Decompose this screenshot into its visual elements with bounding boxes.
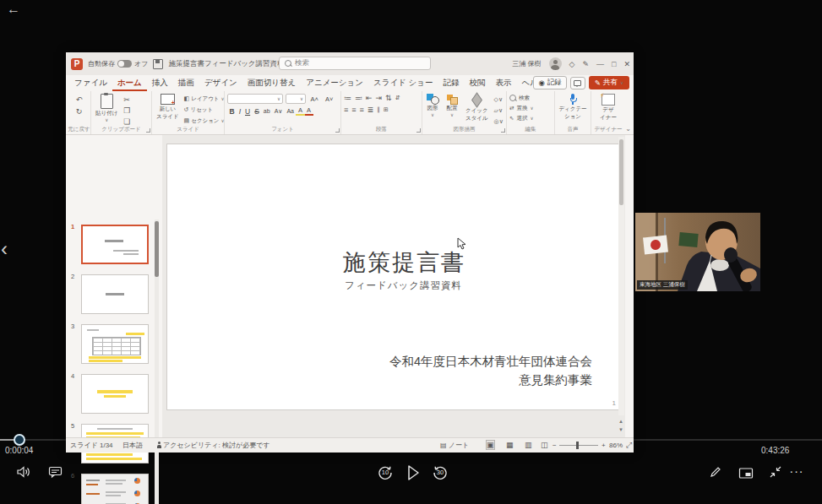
cut-icon[interactable]: ✂	[123, 95, 130, 104]
slide-thumbnail-1[interactable]	[81, 225, 149, 264]
slide-thumbnail-6[interactable]	[81, 474, 149, 504]
undo-icon[interactable]: ↶	[76, 95, 83, 104]
back-arrow-icon[interactable]: ←	[7, 2, 20, 17]
slide-sorter-view-button[interactable]: ▦	[506, 441, 514, 449]
slide-thumbnail-3[interactable]	[81, 324, 149, 364]
shapes-button[interactable]: 図形 ∨	[425, 94, 440, 117]
font-name-select[interactable]: ∨	[227, 94, 283, 104]
zoom-out-button[interactable]: −	[553, 442, 557, 449]
tab-file[interactable]: ファイル	[69, 76, 112, 91]
tab-draw[interactable]: 描画	[173, 76, 199, 91]
slide-canvas[interactable]: 施策提言書 フィードバック講習資料 令和4年度日本木材青壮年団体連合会 意見集約…	[166, 144, 623, 410]
numbering-icon[interactable]: ≕	[355, 94, 362, 102]
italic-button[interactable]: I	[237, 107, 242, 116]
tab-review[interactable]: 校閲	[465, 76, 491, 91]
shrink-font-button[interactable]: A˅	[323, 95, 335, 103]
slide-subtitle[interactable]: フィードバック講習資料	[345, 279, 462, 292]
columns-icon[interactable]: ∥	[377, 106, 380, 114]
tab-transitions[interactable]: 画面切り替え	[242, 76, 301, 91]
previous-chevron-icon[interactable]: ‹	[1, 239, 8, 259]
normal-view-button[interactable]: ▣	[487, 441, 494, 449]
autosave-toggle[interactable]	[117, 60, 132, 68]
zoom-level[interactable]: 86%	[609, 442, 623, 449]
strikethrough-button[interactable]: S	[253, 107, 262, 116]
tab-animations[interactable]: アニメーション	[301, 76, 368, 91]
tab-insert[interactable]: 挿入	[147, 76, 173, 91]
tab-record[interactable]: 記録	[438, 76, 465, 91]
redo-icon[interactable]: ↻	[76, 107, 83, 116]
align-left-icon[interactable]: ≡	[344, 106, 348, 114]
designer-button[interactable]: デザ イナー	[594, 94, 623, 120]
fit-to-window-button[interactable]: ⤢	[626, 441, 632, 450]
smartart-icon[interactable]: ⊞	[384, 106, 389, 114]
change-case-button[interactable]: A∨	[272, 108, 285, 115]
line-spacing-icon[interactable]: ⇅	[385, 94, 392, 102]
next-slide-button[interactable]: ▼	[618, 427, 623, 432]
forward-30-button[interactable]: 30	[430, 463, 450, 483]
play-button[interactable]	[403, 462, 423, 484]
text-direction-icon[interactable]: ⇵	[395, 94, 400, 102]
align-center-icon[interactable]: ≡	[351, 106, 356, 114]
section-button[interactable]: ▤ セクション ∨	[184, 117, 225, 125]
tab-design[interactable]: デザイン	[199, 76, 242, 91]
thumbnail-scrollbar[interactable]	[155, 219, 159, 504]
zoom-slider[interactable]	[559, 445, 598, 446]
copy-icon[interactable]: ❐	[123, 106, 130, 115]
grow-font-button[interactable]: A˄	[308, 95, 320, 103]
bold-button[interactable]: B	[227, 107, 237, 116]
save-icon[interactable]	[153, 59, 163, 69]
align-right-icon[interactable]: ≡	[360, 106, 364, 114]
captions-icon[interactable]	[46, 464, 63, 480]
picture-in-picture-icon[interactable]	[737, 465, 755, 480]
highlight-color-button[interactable]: A	[296, 106, 304, 116]
zoom-in-button[interactable]: +	[602, 442, 606, 449]
select-button[interactable]: ⇖ 選択 ∨	[509, 114, 552, 122]
zoom-slider-thumb[interactable]	[576, 442, 579, 449]
find-button[interactable]: 検索	[509, 95, 552, 101]
dictation-button[interactable]: ディクテー ション	[558, 94, 588, 119]
reset-button[interactable]: ↺ リセット	[184, 106, 225, 114]
bullets-icon[interactable]: ≔	[344, 94, 351, 102]
slide-indicator[interactable]: スライド 1/34	[70, 441, 113, 450]
slide-thumbnail-2[interactable]	[81, 274, 149, 314]
meet-now-icon[interactable]: ◇	[569, 60, 575, 68]
decrease-indent-icon[interactable]: ⇤	[366, 94, 373, 102]
paste-button[interactable]: 貼り付け ∨	[94, 94, 119, 122]
layout-button[interactable]: ◧ レイアウト ∨	[184, 95, 225, 103]
aa-button[interactable]: Aa	[285, 108, 297, 114]
underline-button[interactable]: U	[243, 107, 253, 116]
exit-fullscreen-icon[interactable]	[767, 464, 784, 480]
clipboard-dialog-launcher[interactable]	[146, 128, 150, 133]
inking-icon[interactable]: ✎	[582, 60, 589, 68]
more-options-button[interactable]: ···	[786, 463, 808, 479]
font-dialog-launcher[interactable]	[335, 128, 340, 133]
tab-home[interactable]: ホーム	[112, 76, 147, 91]
arrange-button[interactable]: 配置 ∨	[444, 94, 460, 117]
pen-icon[interactable]	[707, 464, 724, 480]
slideshow-view-button[interactable]: ◫	[541, 441, 548, 449]
replace-button[interactable]: ⇄ 置換 ∨	[509, 104, 552, 112]
format-painter-icon[interactable]: ❏	[123, 117, 130, 126]
record-button[interactable]: ◉ 記録	[533, 76, 566, 89]
accessibility-checker[interactable]: アクセシビリティ: 検討が必要です	[156, 441, 270, 450]
slide-title[interactable]: 施策提言書	[343, 247, 465, 278]
close-button[interactable]: ✕	[623, 60, 630, 68]
webcam-video[interactable]: 東海地区 三浦保樹	[635, 213, 760, 291]
character-spacing-button[interactable]: ab	[261, 108, 272, 114]
font-size-select[interactable]: ∨	[286, 94, 306, 104]
timeline-playhead[interactable]	[14, 434, 25, 446]
slide-scrollbar[interactable]	[618, 137, 624, 415]
volume-icon[interactable]	[15, 464, 32, 480]
reading-view-button[interactable]: ▥	[525, 441, 532, 449]
tab-slideshow[interactable]: スライド ショー	[368, 76, 438, 91]
paragraph-dialog-launcher[interactable]	[416, 128, 421, 133]
maximize-button[interactable]: □	[612, 60, 616, 68]
justify-icon[interactable]: ≣	[367, 106, 374, 114]
font-color-button[interactable]: A	[305, 106, 313, 116]
language-indicator[interactable]: 日本語	[122, 441, 143, 450]
notes-button[interactable]: ▤ ノート	[440, 441, 469, 450]
slide-footer-text[interactable]: 令和4年度日本木材青壮年団体連合会 意見集約事業	[389, 352, 592, 389]
shape-fill-icon[interactable]: ◇∨	[494, 95, 504, 104]
search-input[interactable]: 検索	[279, 57, 431, 70]
previous-slide-button[interactable]: ▲	[618, 419, 623, 424]
